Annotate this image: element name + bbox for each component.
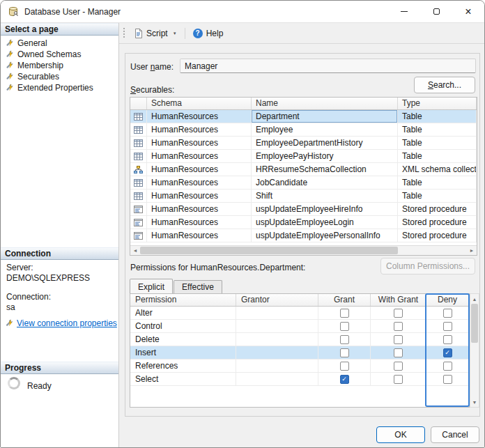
with-grant-checkbox[interactable]: ✓ <box>394 335 403 344</box>
script-button[interactable]: Script ▼ <box>129 26 182 41</box>
toolbar-grip[interactable] <box>123 28 125 39</box>
permission-row[interactable]: Alter ✓ ✓ ✓ <box>130 307 469 320</box>
search-button[interactable]: Search... <box>414 77 475 93</box>
table-row[interactable]: HumanResources uspUpdateEmployeePersonal… <box>130 229 477 242</box>
properties-page-icon <box>6 84 14 92</box>
with-grant-checkbox[interactable]: ✓ <box>394 348 403 357</box>
grantor-cell <box>236 320 318 333</box>
horizontal-scrollbar[interactable]: ◄ ► <box>130 245 477 255</box>
grant-checkbox[interactable]: ✓ <box>340 348 349 357</box>
scroll-left-arrow[interactable]: ◄ <box>130 246 140 255</box>
sidebar-item-extended-properties[interactable]: Extended Properties <box>1 82 118 93</box>
grantor-cell <box>236 360 318 373</box>
scrollbar-thumb[interactable] <box>471 304 478 343</box>
permission-cell: References <box>130 360 236 373</box>
table-icon <box>134 126 143 134</box>
type-cell: Table <box>398 110 477 123</box>
progress-spinner-icon <box>8 377 20 389</box>
deny-checkbox[interactable]: ✓ <box>443 348 452 357</box>
sidebar-item-securables[interactable]: Securables <box>1 71 118 82</box>
server-value: DEMO\SQLEXPRESS <box>6 273 90 283</box>
scrollbar-thumb[interactable] <box>140 247 398 254</box>
user-name-input[interactable] <box>180 59 476 73</box>
name-cell: EmployeeDepartmentHistory <box>252 137 398 150</box>
schema-column-header: Schema <box>147 98 252 109</box>
deny-checkbox[interactable]: ✓ <box>443 335 452 344</box>
sidebar-item-owned-schemas[interactable]: Owned Schemas <box>1 49 118 60</box>
script-button-label: Script <box>146 29 168 38</box>
titlebar[interactable]: Database User - Manager × <box>1 1 484 23</box>
sidebar-item-membership[interactable]: Membership <box>1 60 118 71</box>
grant-checkbox[interactable]: ✓ <box>340 335 349 344</box>
grantor-cell <box>236 346 318 360</box>
stored-procedure-icon <box>134 219 143 226</box>
permission-cell: Select <box>130 373 236 386</box>
grant-checkbox[interactable]: ✓ <box>340 322 349 331</box>
server-label: Server: <box>6 263 33 272</box>
table-row[interactable]: HumanResources JobCandidate Table <box>130 176 477 190</box>
grant-checkbox[interactable]: ✓ <box>340 309 349 318</box>
permissions-label: Permissions for HumanResources.Departmen… <box>130 263 305 272</box>
grant-checkbox[interactable]: ✓ <box>340 362 349 371</box>
permission-row[interactable]: Insert ✓ ✓ ✓ <box>130 346 469 360</box>
permission-row[interactable]: Delete ✓ ✓ ✓ <box>130 333 469 346</box>
column-permissions-button[interactable]: Column Permissions... <box>380 258 475 275</box>
check-icon: ✓ <box>341 376 347 383</box>
table-row[interactable]: HumanResources HRResumeSchemaCollection … <box>130 163 477 176</box>
grant-column-header: Grant <box>318 294 371 306</box>
deny-checkbox[interactable]: ✓ <box>443 375 452 384</box>
schema-cell: HumanResources <box>147 110 252 123</box>
sidebar-item-label: General <box>17 38 47 48</box>
table-icon <box>134 179 143 187</box>
table-row[interactable]: HumanResources Shift Table <box>130 190 477 203</box>
tab-effective[interactable]: Effective <box>174 280 222 293</box>
schema-cell: HumanResources <box>147 163 252 176</box>
table-row[interactable]: HumanResources EmployeePayHistory Table <box>130 150 477 163</box>
grant-checkbox[interactable]: ✓ <box>340 375 349 384</box>
name-cell: JobCandidate <box>252 176 398 190</box>
deny-checkbox[interactable]: ✓ <box>443 322 452 331</box>
ok-button[interactable]: OK <box>376 426 425 443</box>
close-button[interactable]: × <box>452 1 484 22</box>
toolbar: Script ▼ ? Help <box>119 23 484 44</box>
table-row[interactable]: HumanResources uspUpdateEmployeeLogin St… <box>130 216 477 229</box>
cancel-button[interactable]: Cancel <box>431 426 479 443</box>
tab-explicit[interactable]: Explicit <box>130 279 173 293</box>
scroll-down-arrow[interactable]: ▼ <box>470 397 479 407</box>
minimize-button[interactable] <box>388 1 420 22</box>
script-icon <box>134 29 143 38</box>
properties-page-icon <box>6 72 14 81</box>
name-cell: Employee <box>252 123 398 137</box>
scroll-right-arrow[interactable]: ► <box>467 246 477 255</box>
deny-checkbox[interactable]: ✓ <box>443 309 452 318</box>
table-icon <box>134 192 143 200</box>
table-row[interactable]: HumanResources uspUpdateEmployeeHireInfo… <box>130 203 477 216</box>
with-grant-checkbox[interactable]: ✓ <box>394 375 403 384</box>
with-grant-checkbox[interactable]: ✓ <box>394 309 403 318</box>
table-row[interactable]: HumanResources Department Table <box>130 110 477 123</box>
with-grant-checkbox[interactable]: ✓ <box>394 322 403 331</box>
permission-row[interactable]: References ✓ ✓ ✓ <box>130 360 469 373</box>
connection-properties-icon <box>5 319 14 327</box>
permission-row[interactable]: Control ✓ ✓ ✓ <box>130 320 469 333</box>
table-row[interactable]: HumanResources Employee Table <box>130 123 477 137</box>
sidebar: Select a page General Owned Schemas Memb… <box>1 23 119 447</box>
main-area: Script ▼ ? Help User name: Securables: S… <box>119 23 484 447</box>
help-button[interactable]: ? Help <box>188 26 229 41</box>
permission-row[interactable]: Select ✓ ✓ ✓ <box>130 373 469 386</box>
securables-table-header: Schema Name Type <box>130 98 477 110</box>
maximize-button[interactable] <box>420 1 452 22</box>
window-title: Database User - Manager <box>24 7 121 17</box>
with-grant-checkbox[interactable]: ✓ <box>394 362 403 371</box>
vertical-scrollbar[interactable]: ▲ ▼ <box>470 293 479 408</box>
select-page-header: Select a page <box>1 23 118 36</box>
deny-checkbox[interactable]: ✓ <box>443 362 452 371</box>
permission-cell: Delete <box>130 333 236 346</box>
toolbar-separator <box>185 28 185 39</box>
view-connection-properties-link[interactable]: View connection properties <box>17 318 117 328</box>
table-row[interactable]: HumanResources EmployeeDepartmentHistory… <box>130 137 477 150</box>
type-cell: Table <box>398 123 477 137</box>
sidebar-item-general[interactable]: General <box>1 38 118 49</box>
maximize-icon <box>433 8 440 15</box>
scroll-up-arrow[interactable]: ▲ <box>470 294 479 304</box>
